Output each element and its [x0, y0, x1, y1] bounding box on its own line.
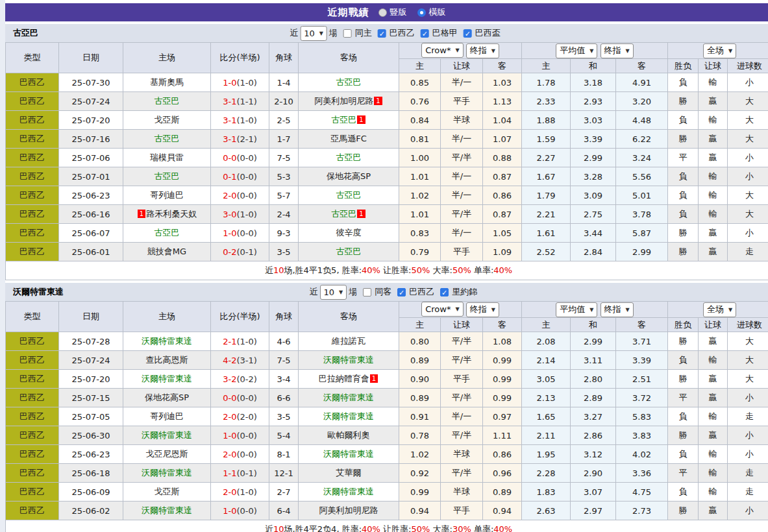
match-row: 巴西乙25-06-02沃爾特雷東達1-0(0-0)6-4阿美利加明尼路0.94平… [6, 502, 768, 520]
home-team-cell: 瑞模貝雷 [123, 149, 211, 167]
league-checkbox-label: 巴格甲 [432, 27, 458, 39]
avg-away: 3.71 [616, 332, 668, 351]
away-team-name: 沃爾特雷東達 [323, 393, 374, 402]
radio-selected-icon[interactable] [417, 8, 426, 17]
halftime-score: (1-1) [236, 97, 256, 106]
handicap-line: 平手 [441, 92, 483, 111]
layout-option-horizontal[interactable]: 橫版 [417, 6, 446, 18]
odds-source-select[interactable]: Crow*▼ [421, 302, 463, 317]
avg-source-select[interactable]: 平均值▼ [556, 302, 597, 317]
avg-draw: 2.75 [571, 205, 616, 224]
score-cell: 4-2(3-1) [211, 351, 269, 370]
chevron-down-icon: ▼ [455, 306, 459, 312]
halftime-score: (0-0) [236, 450, 256, 459]
odds-away: 0.97 [483, 407, 522, 426]
away-team-cell: 古亞巴 [299, 73, 399, 92]
away-team-cell: 沃爾特雷東達 [299, 389, 399, 407]
handicap-line: 半/一 [441, 130, 483, 149]
away-team-name: 沃爾特雷東達 [323, 449, 374, 459]
result-goals: 小 [728, 73, 768, 92]
near-count-select[interactable]: 10▼ [300, 26, 327, 41]
avg-source-select[interactable]: 平均值▼ [556, 43, 597, 58]
odds-away: 1.05 [483, 224, 522, 243]
odds-final-select[interactable]: 终指▼ [466, 302, 499, 317]
scope-select[interactable]: 全场▼ [703, 302, 736, 317]
sub-header-handicap: 让球 [441, 59, 483, 73]
odds-away: 1.11 [483, 426, 522, 445]
away-team-name: 彼辛度 [336, 228, 362, 237]
same-venue-label: 同客 [375, 286, 391, 298]
avg-group-header: 平均值▼ 终指▼ [522, 43, 668, 59]
away-team-name: 亞馬遜FC [330, 134, 367, 143]
score-cell: 2-0(0-0) [211, 445, 269, 464]
league-checkbox-label: 里約錦 [452, 286, 477, 298]
result-handicap: 贏 [699, 389, 728, 407]
league-checkbox[interactable]: ✓ [440, 288, 449, 296]
layout-option-vertical[interactable]: 豎版 [378, 6, 407, 18]
summary-text: 近10场,胜4平2负4, 胜率:40% 让胜率:50% 大率:30% 单率:40… [6, 520, 768, 532]
match-date: 25-06-01 [59, 243, 123, 261]
home-team-name: 沃爾特雷東達 [142, 430, 192, 440]
odds-away: 0.99 [483, 370, 522, 389]
match-rows: 巴西乙25-07-30基斯奧馬1-0(1-0)1-4古亞巴0.85半/一1.03… [6, 73, 768, 261]
fulltime-score: 2-0 [223, 450, 236, 459]
result-outcome: 平 [668, 149, 699, 167]
home-team-cell: 保地花高SP [123, 389, 211, 407]
odds-source-select[interactable]: Crow*▼ [421, 43, 463, 58]
avg-draw: 3.44 [571, 224, 616, 243]
avg-away: 4.02 [616, 445, 668, 464]
avg-away: 3.78 [616, 205, 668, 224]
odds-away: 0.86 [483, 445, 522, 464]
away-team-cell: 阿美利加明尼路1 [299, 92, 399, 111]
score-cell: 1-0(1-0) [211, 73, 269, 92]
home-team-cell: 戈亞斯 [123, 483, 211, 502]
fulltime-score: 0-2 [223, 247, 236, 257]
result-handicap: 贏 [699, 426, 728, 445]
result-outcome: 負 [668, 205, 699, 224]
fulltime-score: 2-0 [223, 487, 236, 497]
home-team-cell: 古亞巴 [123, 130, 211, 149]
result-outcome: 負 [668, 167, 699, 186]
near-count-select[interactable]: 10▼ [319, 285, 347, 300]
avg-home: 2.08 [522, 332, 571, 351]
scope-select[interactable]: 全场▼ [703, 43, 736, 58]
chevron-down-icon: ▼ [728, 48, 732, 54]
home-team-name: 沃爾特雷東達 [142, 336, 192, 346]
odds-home: 1.00 [399, 149, 441, 167]
corner-count: 2-4 [269, 205, 299, 224]
handicap-line: 平/半 [441, 464, 483, 483]
avg-final-select[interactable]: 终指▼ [601, 43, 634, 58]
odds-final-select[interactable]: 终指▼ [466, 43, 499, 58]
red-card-badge: 1 [138, 210, 145, 218]
league-checkbox[interactable]: ✓ [397, 288, 406, 296]
match-row: 巴西乙25-06-161路禾利桑天奴3-0(1-0)2-4古亞巴11.01平/半… [6, 205, 768, 224]
halftime-score: (0-0) [236, 506, 256, 516]
same-venue-checkbox[interactable] [363, 288, 371, 296]
odds-away: 1.07 [483, 130, 522, 149]
radio-unselected-icon[interactable] [378, 8, 387, 17]
col-header-type: 类型 [6, 43, 59, 73]
away-team-name: 古亞巴 [331, 115, 356, 125]
corner-count: 1-4 [269, 73, 299, 92]
league-checkbox[interactable]: ✓ [378, 29, 386, 38]
match-date: 25-06-23 [59, 186, 123, 205]
avg-draw: 3.12 [571, 445, 616, 464]
same-venue-checkbox[interactable] [343, 29, 352, 38]
match-row: 巴西乙25-07-24查比高恩斯4-2(3-1)7-5沃爾特雷東達0.89平/半… [6, 351, 768, 370]
home-team-cell: 古亞巴 [123, 224, 211, 243]
chevron-down-icon: ▼ [728, 307, 732, 313]
league-checkbox[interactable]: ✓ [464, 29, 472, 38]
home-team-cell: 沃爾特雷東達 [123, 332, 211, 351]
odds-home: 0.94 [399, 502, 441, 520]
result-handicap: 輸 [699, 167, 728, 186]
result-goals: 大 [728, 370, 768, 389]
avg-final-select[interactable]: 终指▼ [601, 302, 634, 317]
handicap-line: 平手 [441, 243, 483, 261]
league-badge: 巴西乙 [6, 389, 59, 407]
league-checkbox[interactable]: ✓ [421, 29, 429, 38]
away-team-name: 巴拉納體育會 [319, 374, 369, 383]
result-handicap: 贏 [699, 370, 728, 389]
avg-home: 2.63 [522, 502, 571, 520]
sub-header-handicap: 让球 [441, 318, 483, 332]
match-row: 巴西乙25-07-16古亞巴3-1(2-1)1-7亞馬遜FC0.81半/一1.0… [6, 130, 768, 149]
